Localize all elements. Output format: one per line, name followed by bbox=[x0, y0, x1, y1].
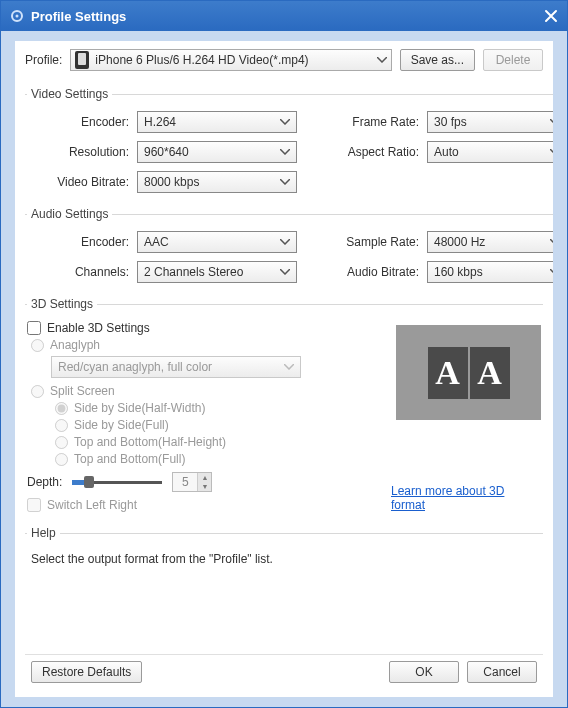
abitrate-select[interactable]: 160 kbps bbox=[427, 261, 567, 283]
spin-down-icon[interactable]: ▼ bbox=[197, 482, 211, 491]
aspect-label: Aspect Ratio: bbox=[327, 145, 427, 159]
split-label: Split Screen bbox=[50, 384, 115, 398]
bottom-bar: Restore Defaults OK Cancel bbox=[25, 654, 543, 689]
chevron-down-icon bbox=[377, 57, 387, 63]
switch-lr-input bbox=[27, 498, 41, 512]
help-group: Help Select the output format from the "… bbox=[25, 526, 543, 572]
chevron-down-icon bbox=[280, 239, 290, 245]
chevron-down-icon bbox=[284, 364, 294, 370]
audio-legend: Audio Settings bbox=[27, 207, 112, 221]
chevron-down-icon bbox=[550, 239, 560, 245]
channels-label: Channels: bbox=[27, 265, 137, 279]
anaglyph-label: Anaglyph bbox=[50, 338, 100, 352]
profile-select[interactable]: iPhone 6 Plus/6 H.264 HD Video(*.mp4) bbox=[70, 49, 391, 71]
close-icon[interactable] bbox=[543, 8, 559, 24]
3d-preview: A A bbox=[396, 325, 541, 420]
learn-3d-link[interactable]: Learn more about 3D format bbox=[391, 484, 541, 512]
preview-letter-right: A bbox=[470, 347, 510, 399]
3d-settings-group: 3D Settings Enable 3D Settings Anaglyph … bbox=[25, 297, 543, 516]
chevron-down-icon bbox=[550, 269, 560, 275]
window: Profile Settings Profile: iPhone 6 Plus/… bbox=[0, 0, 568, 708]
video-encoder-label: Encoder: bbox=[27, 115, 137, 129]
depth-value: 5 bbox=[173, 475, 197, 489]
enable-3d-checkbox[interactable]: Enable 3D Settings bbox=[27, 321, 391, 335]
depth-row: Depth: 5 ▲▼ bbox=[27, 472, 391, 492]
chevron-down-icon bbox=[550, 149, 560, 155]
resolution-select[interactable]: 960*640 bbox=[137, 141, 297, 163]
anaglyph-radio: Anaglyph bbox=[31, 338, 391, 352]
audio-encoder-select[interactable]: AAC bbox=[137, 231, 297, 253]
aspect-select[interactable]: Auto bbox=[427, 141, 567, 163]
delete-button: Delete bbox=[483, 49, 543, 71]
samplerate-label: Sample Rate: bbox=[327, 235, 427, 249]
3d-legend: 3D Settings bbox=[27, 297, 97, 311]
video-legend: Video Settings bbox=[27, 87, 112, 101]
titlebar: Profile Settings bbox=[1, 1, 567, 31]
profile-label: Profile: bbox=[25, 53, 62, 67]
split-screen-radio: Split Screen bbox=[31, 384, 391, 398]
channels-select[interactable]: 2 Channels Stereo bbox=[137, 261, 297, 283]
preview-letter-left: A bbox=[428, 347, 468, 399]
audio-settings-group: Audio Settings Encoder: AAC Sample Rate:… bbox=[25, 207, 567, 287]
anaglyph-radio-input bbox=[31, 339, 44, 352]
chevron-down-icon bbox=[280, 269, 290, 275]
spin-up-icon[interactable]: ▲ bbox=[197, 473, 211, 482]
framerate-label: Frame Rate: bbox=[327, 115, 427, 129]
help-text: Select the output format from the "Profi… bbox=[27, 550, 541, 568]
split-opt4: Top and Bottom(Full) bbox=[55, 452, 391, 466]
enable-3d-label: Enable 3D Settings bbox=[47, 321, 150, 335]
video-settings-group: Video Settings Encoder: H.264 Frame Rate… bbox=[25, 87, 567, 197]
audio-encoder-label: Encoder: bbox=[27, 235, 137, 249]
profile-row: Profile: iPhone 6 Plus/6 H.264 HD Video(… bbox=[25, 49, 543, 71]
video-encoder-select[interactable]: H.264 bbox=[137, 111, 297, 133]
depth-label: Depth: bbox=[27, 475, 62, 489]
chevron-down-icon bbox=[550, 119, 560, 125]
ok-button[interactable]: OK bbox=[389, 661, 459, 683]
resolution-label: Resolution: bbox=[27, 145, 137, 159]
depth-spinner[interactable]: 5 ▲▼ bbox=[172, 472, 212, 492]
switch-lr-checkbox: Switch Left Right bbox=[27, 498, 391, 512]
framerate-select[interactable]: 30 fps bbox=[427, 111, 567, 133]
depth-slider[interactable] bbox=[72, 476, 162, 488]
samplerate-select[interactable]: 48000 Hz bbox=[427, 231, 567, 253]
restore-defaults-button[interactable]: Restore Defaults bbox=[31, 661, 142, 683]
enable-3d-input[interactable] bbox=[27, 321, 41, 335]
anaglyph-select: Red/cyan anaglyph, full color bbox=[51, 356, 301, 378]
cancel-button[interactable]: Cancel bbox=[467, 661, 537, 683]
profile-value: iPhone 6 Plus/6 H.264 HD Video(*.mp4) bbox=[95, 53, 370, 67]
vbitrate-label: Video Bitrate: bbox=[27, 175, 137, 189]
window-title: Profile Settings bbox=[31, 9, 543, 24]
phone-icon bbox=[75, 51, 89, 69]
switch-lr-label: Switch Left Right bbox=[47, 498, 137, 512]
save-as-button[interactable]: Save as... bbox=[400, 49, 475, 71]
chevron-down-icon bbox=[280, 119, 290, 125]
gear-icon bbox=[9, 8, 25, 24]
split-opt1: Side by Side(Half-Width) bbox=[55, 401, 391, 415]
help-legend: Help bbox=[27, 526, 60, 540]
chevron-down-icon bbox=[280, 149, 290, 155]
split-opt3: Top and Bottom(Half-Height) bbox=[55, 435, 391, 449]
abitrate-label: Audio Bitrate: bbox=[327, 265, 427, 279]
vbitrate-select[interactable]: 8000 kbps bbox=[137, 171, 297, 193]
content-area: Profile: iPhone 6 Plus/6 H.264 HD Video(… bbox=[1, 31, 567, 707]
svg-point-1 bbox=[16, 15, 19, 18]
split-radio-input bbox=[31, 385, 44, 398]
chevron-down-icon bbox=[280, 179, 290, 185]
split-opt2: Side by Side(Full) bbox=[55, 418, 391, 432]
